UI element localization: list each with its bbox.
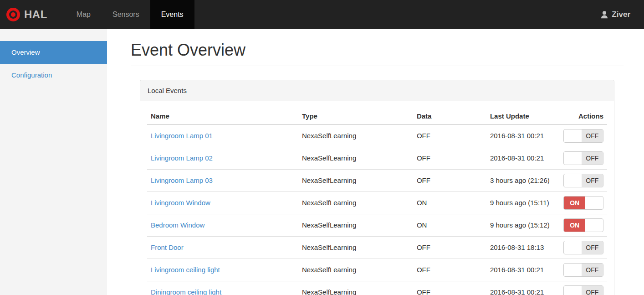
event-type: NexaSelfLearning — [298, 191, 413, 214]
username-label: Ziver — [612, 10, 630, 19]
person-icon — [600, 10, 608, 19]
header-type: Type — [298, 108, 413, 124]
sidebar-item-configuration[interactable]: Configuration — [0, 64, 107, 87]
table-row: Livingroom Window NexaSelfLearning ON 9 … — [147, 191, 607, 214]
toggle-on-segment — [564, 152, 582, 165]
toggle-off-segment: OFF — [582, 241, 603, 254]
event-last-update: 2016-08-31 00:21 — [486, 281, 560, 295]
event-last-update: 2016-08-31 00:21 — [486, 259, 560, 281]
main-content: Event Overview Local Events Name Type Da… — [107, 29, 644, 295]
event-data: ON — [413, 214, 486, 236]
event-data: OFF — [413, 236, 486, 259]
event-name-link[interactable]: Livingroom Lamp 01 — [151, 132, 213, 140]
event-type: NexaSelfLearning — [298, 124, 413, 147]
event-name-link[interactable]: Diningroom ceiling light — [151, 288, 221, 295]
toggle-switch[interactable]: OFF — [563, 129, 603, 143]
event-name-link[interactable]: Bedroom Window — [151, 221, 204, 229]
event-last-update: 3 hours ago (21:26) — [486, 169, 560, 191]
tab-events[interactable]: Events — [150, 0, 194, 29]
hal-target-icon — [6, 8, 20, 21]
toggle-off-segment: OFF — [582, 264, 603, 276]
event-data: OFF — [413, 124, 486, 147]
event-type: NexaSelfLearning — [298, 214, 413, 236]
toggle-on-segment: ON — [564, 197, 585, 209]
event-name-link[interactable]: Livingroom Lamp 03 — [151, 176, 213, 184]
event-data: OFF — [413, 259, 486, 281]
user-menu[interactable]: Ziver — [600, 0, 644, 29]
event-data: ON — [413, 191, 486, 214]
table-row: Livingroom Lamp 01 NexaSelfLearning OFF … — [147, 124, 607, 147]
event-data: OFF — [413, 169, 486, 191]
page-header: Event Overview — [131, 41, 624, 66]
event-type: NexaSelfLearning — [298, 169, 413, 191]
event-name-link[interactable]: Livingroom Lamp 02 — [151, 154, 213, 162]
tab-sensors[interactable]: Sensors — [102, 0, 150, 29]
toggle-switch[interactable]: OFF — [563, 285, 603, 295]
toggle-switch[interactable]: ON — [563, 218, 603, 232]
toggle-on-segment — [564, 129, 582, 142]
header-name: Name — [147, 108, 298, 124]
toggle-off-segment: OFF — [582, 152, 603, 165]
table-row: Diningroom ceiling light NexaSelfLearnin… — [147, 281, 607, 295]
table-row: Livingroom Lamp 03 NexaSelfLearning OFF … — [147, 169, 607, 191]
event-last-update: 2016-08-31 00:21 — [486, 124, 560, 147]
brand-label: HAL — [24, 8, 47, 21]
event-type: NexaSelfLearning — [298, 281, 413, 295]
table-row: Livingroom ceiling light NexaSelfLearnin… — [147, 259, 607, 281]
toggle-off-segment — [585, 219, 603, 232]
brand[interactable]: HAL — [0, 0, 57, 29]
toggle-on-segment — [564, 264, 582, 276]
sidebar-item-overview[interactable]: Overview — [0, 41, 107, 64]
sidebar: Overview Configuration — [0, 29, 107, 295]
panel-title: Local Events — [140, 80, 614, 101]
toggle-on-segment — [564, 286, 582, 295]
local-events-panel: Local Events Name Type Data Last Update … — [140, 80, 614, 295]
header-data: Data — [413, 108, 486, 124]
event-name-link[interactable]: Livingroom Window — [151, 199, 210, 207]
event-type: NexaSelfLearning — [298, 147, 413, 169]
toggle-on-segment — [564, 174, 582, 187]
toggle-switch[interactable]: OFF — [563, 263, 603, 277]
sidebar-list: Overview Configuration — [0, 41, 107, 87]
events-table-body: Livingroom Lamp 01 NexaSelfLearning OFF … — [147, 124, 607, 295]
toggle-off-segment — [585, 197, 603, 209]
toggle-off-segment: OFF — [582, 286, 603, 295]
event-last-update: 2016-08-31 00:21 — [486, 147, 560, 169]
toggle-switch[interactable]: OFF — [563, 151, 603, 165]
toggle-on-segment: ON — [564, 219, 585, 232]
event-type: NexaSelfLearning — [298, 236, 413, 259]
main-nav: Map Sensors Events — [66, 0, 194, 29]
toggle-off-segment: OFF — [582, 174, 603, 187]
event-data: OFF — [413, 147, 486, 169]
table-row: Front Door NexaSelfLearning OFF 2016-08-… — [147, 236, 607, 259]
toggle-switch[interactable]: OFF — [563, 241, 603, 254]
event-name-link[interactable]: Livingroom ceiling light — [151, 266, 220, 274]
event-last-update: 9 hours ago (15:12) — [486, 214, 560, 236]
toggle-on-segment — [564, 241, 582, 254]
events-table: Name Type Data Last Update Actions Livin… — [147, 108, 607, 295]
page-title: Event Overview — [131, 41, 624, 59]
header-actions: Actions — [560, 108, 607, 124]
top-navbar: HAL Map Sensors Events Ziver — [0, 0, 644, 29]
event-last-update: 2016-08-31 18:13 — [486, 236, 560, 259]
header-last-update: Last Update — [486, 108, 560, 124]
event-last-update: 9 hours ago (15:11) — [486, 191, 560, 214]
toggle-switch[interactable]: OFF — [563, 174, 603, 187]
navbar-spacer — [194, 0, 601, 29]
table-row: Livingroom Lamp 02 NexaSelfLearning OFF … — [147, 147, 607, 169]
panel-body: Name Type Data Last Update Actions Livin… — [140, 101, 614, 295]
tab-map[interactable]: Map — [66, 0, 102, 29]
event-data: OFF — [413, 281, 486, 295]
event-type: NexaSelfLearning — [298, 259, 413, 281]
table-header-row: Name Type Data Last Update Actions — [147, 108, 607, 124]
event-name-link[interactable]: Front Door — [151, 243, 184, 251]
toggle-off-segment: OFF — [582, 129, 603, 142]
toggle-switch[interactable]: ON — [563, 196, 603, 210]
table-row: Bedroom Window NexaSelfLearning ON 9 hou… — [147, 214, 607, 236]
